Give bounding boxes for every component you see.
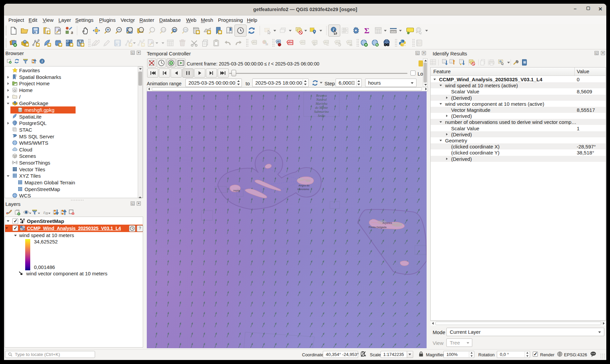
svg-text:?: ? (418, 41, 420, 45)
svg-text:✱: ✱ (196, 30, 200, 35)
svg-text:Açores: Açores (383, 221, 392, 225)
svg-text:✱: ✱ (48, 43, 51, 47)
svg-text:✱: ✱ (36, 43, 39, 47)
svg-text:?: ? (524, 61, 526, 64)
svg-text:✱: ✱ (129, 43, 132, 47)
svg-text:Σ: Σ (364, 27, 369, 35)
svg-text:abc: abc (301, 41, 305, 44)
svg-text:✱: ✱ (26, 43, 29, 47)
svg-text:✱: ✱ (81, 43, 84, 47)
svg-text:Angra do: Angra do (299, 184, 310, 187)
svg-text:a: a (71, 30, 73, 35)
svg-text:✱: ✱ (70, 43, 73, 47)
svg-text:i: i (42, 59, 43, 63)
svg-text:abc: abc (336, 41, 340, 44)
svg-text:✱: ✱ (218, 30, 222, 35)
svg-text:✱: ✱ (207, 30, 211, 35)
svg-text:ε: ε (43, 210, 45, 215)
svg-text:Ponta Delgada: Ponta Delgada (369, 226, 387, 229)
svg-text:1:1: 1:1 (162, 29, 165, 31)
svg-text:✱: ✱ (47, 30, 50, 34)
svg-text:abc: abc (324, 41, 328, 44)
svg-text:ab: ab (277, 40, 280, 43)
svg-text:abc: abc (313, 41, 317, 44)
svg-text:Heroísmo: Heroísmo (298, 188, 309, 191)
svg-text:abc: abc (347, 41, 351, 44)
svg-text:Horta: Horta (233, 189, 240, 192)
svg-text:✱: ✱ (141, 43, 144, 47)
svg-text:abc: abc (252, 41, 256, 44)
svg-text:abc: abc (288, 41, 293, 44)
svg-text:✱: ✱ (59, 43, 62, 47)
svg-text:ReservaNaturalMarinhado MonteS: ReservaNaturalMarinhado MonteSubmarinoSe… (314, 94, 329, 118)
